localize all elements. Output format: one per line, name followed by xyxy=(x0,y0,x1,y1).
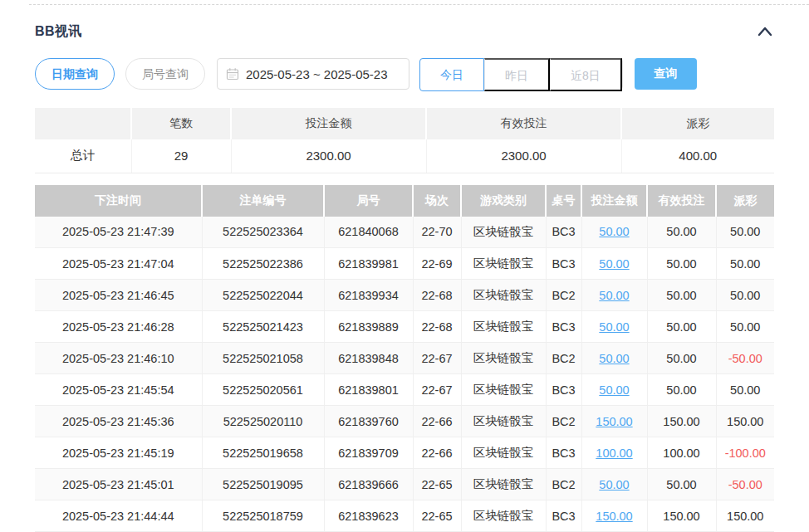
section-divider-dashed xyxy=(29,4,809,5)
summary-header-cell xyxy=(35,108,131,139)
header-session: 场次 xyxy=(413,185,461,217)
summary-header-cell: 派彩 xyxy=(621,108,774,139)
cell-payout: 50.00 xyxy=(716,280,774,311)
cell-bet-amount[interactable]: 50.00 xyxy=(581,248,647,280)
cell-round-id: 621839760 xyxy=(324,406,413,437)
section-header: BB视讯 xyxy=(35,22,774,41)
cell-game-type: 区块链骰宝 xyxy=(461,469,546,500)
cell-session: 22-67 xyxy=(413,374,461,406)
cell-payout: 50.00 xyxy=(716,217,774,248)
cell-bet-id: 522525020110 xyxy=(202,406,324,437)
cell-bet-amount[interactable]: 50.00 xyxy=(581,469,647,500)
table-row: 2025-05-23 21:45:36522525020110621839760… xyxy=(35,406,774,437)
cell-round-id: 621839623 xyxy=(324,500,413,532)
cell-bet-time: 2025-05-23 21:46:10 xyxy=(35,343,202,374)
cell-payout: 50.00 xyxy=(716,374,774,406)
search-button[interactable]: 查询 xyxy=(635,58,697,90)
cell-bet-amount[interactable]: 50.00 xyxy=(581,311,647,343)
table-row: 2025-05-23 21:45:54522525020561621839801… xyxy=(35,374,774,406)
cell-table-no: BC3 xyxy=(546,217,581,248)
cell-game-type: 区块链骰宝 xyxy=(461,217,546,248)
cell-bet-amount[interactable]: 50.00 xyxy=(581,217,647,248)
cell-round-id: 621839889 xyxy=(324,311,413,343)
cell-valid-bet: 50.00 xyxy=(647,469,716,500)
table-row: 2025-05-23 21:47:39522525023364621840068… xyxy=(35,217,774,248)
cell-bet-id: 522525019095 xyxy=(202,469,324,500)
cell-session: 22-68 xyxy=(413,280,461,311)
quick-range-0[interactable]: 今日 xyxy=(419,58,484,91)
table-header-row: 下注时间注单编号局号场次游戏类别桌号投注金额有效投注派彩 xyxy=(35,185,774,217)
section-title: BB视讯 xyxy=(35,23,82,41)
chevron-up-icon xyxy=(757,26,773,37)
cell-bet-amount[interactable]: 100.00 xyxy=(581,437,647,469)
cell-table-no: BC3 xyxy=(546,374,581,406)
cell-valid-bet: 150.00 xyxy=(647,500,716,532)
cell-payout: -50.00 xyxy=(716,343,774,374)
cell-session: 22-66 xyxy=(413,406,461,437)
cell-bet-id: 522525021058 xyxy=(202,343,324,374)
cell-bet-id: 522525023364 xyxy=(202,217,324,248)
cell-bet-id: 522525019658 xyxy=(202,437,324,469)
table-row: 2025-05-23 21:44:44522525018759621839623… xyxy=(35,500,774,532)
cell-game-type: 区块链骰宝 xyxy=(461,374,546,406)
cell-bet-amount[interactable]: 50.00 xyxy=(581,374,647,406)
cell-bet-id: 522525020561 xyxy=(202,374,324,406)
date-range-input[interactable]: 2025-05-23 ~ 2025-05-23 xyxy=(217,58,409,90)
round-query-tab[interactable]: 局号查询 xyxy=(125,58,205,90)
header-table-no: 桌号 xyxy=(546,185,581,217)
cell-table-no: BC2 xyxy=(546,469,581,500)
cell-table-no: BC3 xyxy=(546,248,581,280)
cell-payout: 50.00 xyxy=(716,248,774,280)
cell-payout: 150.00 xyxy=(716,500,774,532)
cell-session: 22-66 xyxy=(413,437,461,469)
header-valid-bet: 有效投注 xyxy=(647,185,716,217)
cell-bet-time: 2025-05-23 21:47:04 xyxy=(35,248,202,280)
cell-bet-time: 2025-05-23 21:46:28 xyxy=(35,311,202,343)
header-payout: 派彩 xyxy=(716,185,774,217)
cell-table-no: BC2 xyxy=(546,343,581,374)
calendar-icon xyxy=(226,67,239,81)
cell-bet-time: 2025-05-23 21:46:45 xyxy=(35,280,202,311)
cell-round-id: 621839934 xyxy=(324,280,413,311)
collapse-section-button[interactable] xyxy=(756,24,774,39)
cell-valid-bet: 50.00 xyxy=(647,280,716,311)
header-bet-time: 下注时间 xyxy=(35,185,202,217)
table-row: 2025-05-23 21:45:01522525019095621839666… xyxy=(35,469,774,500)
cell-game-type: 区块链骰宝 xyxy=(461,500,546,532)
cell-payout: -100.00 xyxy=(716,437,774,469)
cell-session: 22-70 xyxy=(413,217,461,248)
cell-table-no: BC2 xyxy=(546,280,581,311)
summary-total-cell: 总计 xyxy=(35,139,131,173)
cell-bet-amount[interactable]: 50.00 xyxy=(581,343,647,374)
header-bet-amount: 投注金额 xyxy=(581,185,647,217)
summary-total-row: 总计292300.002300.00400.00 xyxy=(35,139,774,173)
summary-header-cell: 投注金额 xyxy=(231,108,426,139)
cell-valid-bet: 50.00 xyxy=(647,217,716,248)
cell-bet-time: 2025-05-23 21:45:54 xyxy=(35,374,202,406)
cell-table-no: BC3 xyxy=(546,500,581,532)
cell-valid-bet: 150.00 xyxy=(647,406,716,437)
cell-payout: 150.00 xyxy=(716,406,774,437)
cell-bet-id: 522525022044 xyxy=(202,280,324,311)
cell-round-id: 621839848 xyxy=(324,343,413,374)
table-row: 2025-05-23 21:47:04522525022386621839981… xyxy=(35,248,774,280)
table-row: 2025-05-23 21:46:28522525021423621839889… xyxy=(35,311,774,343)
cell-table-no: BC3 xyxy=(546,311,581,343)
cell-valid-bet: 50.00 xyxy=(647,374,716,406)
cell-bet-amount[interactable]: 150.00 xyxy=(581,406,647,437)
cell-bet-amount[interactable]: 150.00 xyxy=(581,500,647,532)
cell-valid-bet: 50.00 xyxy=(647,311,716,343)
cell-valid-bet: 100.00 xyxy=(647,437,716,469)
cell-bet-amount[interactable]: 50.00 xyxy=(581,280,647,311)
cell-round-id: 621840068 xyxy=(324,217,413,248)
quick-range-2[interactable]: 近8日 xyxy=(550,58,622,91)
quick-range-1[interactable]: 昨日 xyxy=(484,58,550,91)
cell-session: 22-65 xyxy=(413,500,461,532)
cell-game-type: 区块链骰宝 xyxy=(461,437,546,469)
cell-bet-time: 2025-05-23 21:45:19 xyxy=(35,437,202,469)
date-query-tab[interactable]: 日期查询 xyxy=(35,58,115,90)
cell-table-no: BC2 xyxy=(546,406,581,437)
cell-round-id: 621839981 xyxy=(324,248,413,280)
cell-valid-bet: 50.00 xyxy=(647,248,716,280)
cell-table-no: BC3 xyxy=(546,437,581,469)
